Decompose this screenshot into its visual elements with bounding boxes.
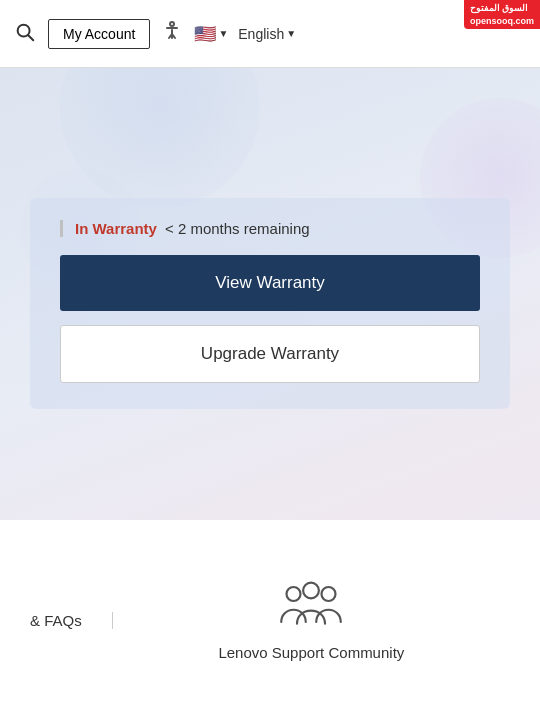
bottom-section: & FAQs Lenovo Support Community: [0, 520, 540, 720]
svg-point-2: [170, 22, 174, 26]
svg-line-1: [28, 35, 33, 40]
warranty-card: In Warranty < 2 months remaining View Wa…: [30, 198, 510, 409]
svg-point-5: [303, 583, 319, 599]
flag-selector[interactable]: 🇺🇸 ▼: [194, 23, 228, 45]
main-content: In Warranty < 2 months remaining View Wa…: [0, 68, 540, 720]
community-label: Lenovo Support Community: [218, 642, 404, 663]
language-chevron-icon: ▼: [286, 28, 296, 39]
flag-icon: 🇺🇸: [194, 23, 216, 45]
warranty-time-remaining: < 2 months remaining: [165, 220, 310, 237]
flag-chevron-icon: ▼: [218, 28, 228, 39]
in-warranty-label: In Warranty: [75, 220, 157, 237]
header: My Account 🇺🇸 ▼ English ▼ السوق المفتوح …: [0, 0, 540, 68]
view-warranty-button[interactable]: View Warranty: [60, 255, 480, 311]
svg-point-4: [322, 587, 336, 601]
accessibility-icon[interactable]: [160, 19, 184, 49]
my-account-button[interactable]: My Account: [48, 19, 150, 49]
language-label[interactable]: English: [238, 26, 284, 42]
warranty-status-row: In Warranty < 2 months remaining: [60, 220, 480, 237]
community-section[interactable]: Lenovo Support Community: [113, 577, 510, 663]
faqs-label: & FAQs: [30, 612, 113, 629]
opensooq-watermark: السوق المفتوح opensooq.com: [464, 0, 540, 29]
svg-point-3: [287, 587, 301, 601]
upgrade-warranty-button[interactable]: Upgrade Warranty: [60, 325, 480, 383]
community-icon: [276, 577, 346, 632]
search-icon[interactable]: [14, 21, 36, 47]
